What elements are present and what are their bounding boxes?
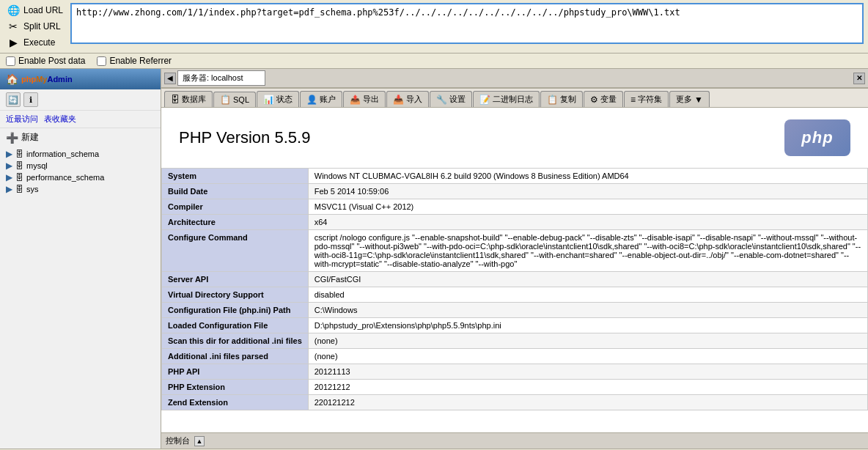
tab-accounts-label: 账户 [320, 94, 336, 105]
table-cell-key: Architecture [162, 215, 309, 230]
php-info-table: SystemWindows NT CLUBMAC-VGAL8IH 6.2 bui… [161, 168, 868, 410]
tab-import-label: 导入 [406, 94, 422, 105]
enable-post-label: Enable Post data [18, 56, 85, 66]
db-name-information-schema: information_schema [26, 150, 99, 158]
nav-arrow-left[interactable]: ◀ [164, 73, 176, 84]
sidebar-refresh-btn[interactable]: 🔄 [6, 92, 21, 107]
tab-export[interactable]: 📤 导出 [343, 91, 386, 107]
table-cell-key: Additional .ini files parsed [162, 349, 309, 364]
tab-variables[interactable]: ⚙ 变量 [584, 91, 623, 107]
tab-binary-log[interactable]: 📝 二进制日志 [473, 91, 540, 107]
recent-label[interactable]: 近最访问 [6, 114, 38, 125]
tab-import[interactable]: 📥 导入 [386, 91, 429, 107]
table-cell-value: cscript /nologo configure.js "--enable-s… [308, 230, 867, 272]
url-input[interactable]: http://www.zhong.com/1/1/index.php?targe… [70, 3, 864, 44]
table-cell-value: Windows NT CLUBMAC-VGAL8IH 6.2 build 920… [308, 169, 867, 184]
table-row: Virtual Directory Supportdisabled [162, 287, 868, 303]
table-row: Server APICGI/FastCGI [162, 272, 868, 287]
db-name-performance-schema: performance_schema [26, 173, 104, 182]
db-item-performance-schema[interactable]: ▶ 🗄 performance_schema [3, 171, 158, 183]
db-cylinder-icon-4: 🗄 [15, 185, 23, 193]
tab-status-label: 状态 [276, 94, 293, 105]
tab-more[interactable]: 更多 ▼ [669, 91, 710, 107]
pma-menu: 🗄 数据库 📋 SQL 📊 状态 👤 账户 📤 导出 📥 导入 [161, 89, 868, 108]
split-url-icon: ✂ [7, 21, 19, 32]
db-item-mysql[interactable]: ▶ 🗄 mysql [3, 160, 158, 171]
favorites-label[interactable]: 表收藏夹 [44, 114, 76, 125]
enable-referrer-checkbox[interactable]: Enable Referrer [97, 56, 172, 66]
table-cell-value: MSVC11 (Visual C++ 2012) [308, 199, 867, 215]
table-cell-key: PHP API [162, 364, 309, 380]
execute-icon: ▶ [7, 37, 19, 48]
execute-button[interactable]: ▶ Execute [4, 35, 70, 50]
php-logo-text: php [801, 128, 833, 147]
close-button[interactable]: ✕ [853, 73, 865, 84]
tab-more-label: 更多 [676, 94, 692, 105]
new-db-label[interactable]: 新建 [21, 131, 39, 144]
table-cell-value: disabled [308, 287, 867, 303]
load-url-button[interactable]: 🌐 Load URL [4, 3, 70, 18]
tab-status[interactable]: 📊 状态 [257, 91, 299, 107]
console-label[interactable]: 控制台 [166, 435, 190, 446]
table-cell-value: D:\phpstudy_pro\Extensions\php\php5.5.9n… [308, 318, 867, 333]
table-cell-key: Build Date [162, 184, 309, 199]
table-cell-key: Zend Extension [162, 395, 309, 410]
table-cell-value: 20121212 [308, 380, 867, 395]
split-url-button[interactable]: ✂ Split URL [4, 19, 70, 34]
tab-export-label: 导出 [363, 94, 379, 105]
tab-charset[interactable]: ≡ 字符集 [624, 91, 669, 107]
db-expand-icon: ▶ [6, 149, 12, 159]
tab-databases[interactable]: 🗄 数据库 [164, 91, 213, 107]
table-cell-key: Scan this dir for additional .ini files [162, 333, 309, 349]
table-row: Architecturex64 [162, 215, 868, 230]
enable-referrer-input[interactable] [97, 56, 106, 66]
php-content: PHP Version 5.5.9 php SystemWindows NT C… [161, 108, 868, 432]
php-header: PHP Version 5.5.9 php [161, 108, 868, 168]
table-cell-value: 220121212 [308, 395, 867, 410]
table-cell-key: System [162, 169, 309, 184]
table-row: PHP API20121113 [162, 364, 868, 380]
table-row: Loaded Configuration FileD:\phpstudy_pro… [162, 318, 868, 333]
binary-log-tab-icon: 📝 [479, 95, 490, 105]
db-expand-icon-3: ▶ [6, 172, 12, 182]
load-url-icon: 🌐 [7, 4, 19, 16]
table-cell-key: Loaded Configuration File [162, 318, 309, 333]
tab-sql[interactable]: 📋 SQL [213, 92, 256, 107]
db-expand-icon-4: ▶ [6, 184, 12, 194]
sidebar-icons: 🔄 ℹ [0, 89, 161, 111]
new-db-icon: ➕ [6, 132, 18, 144]
db-name-mysql: mysql [26, 161, 48, 170]
charset-tab-icon: ≡ [630, 95, 636, 105]
table-cell-key: Compiler [162, 199, 309, 215]
table-cell-value: (none) [308, 333, 867, 349]
tab-settings[interactable]: 🔧 设置 [430, 91, 472, 107]
export-tab-icon: 📤 [350, 95, 361, 105]
sidebar: 🏠 phpMyAdmin 🔄 ℹ 近最访问 表收藏夹 ➕ 新建 ▶ 🗄 info… [0, 69, 161, 449]
settings-tab-icon: 🔧 [436, 95, 447, 105]
db-item-sys[interactable]: ▶ 🗄 sys [3, 183, 158, 195]
tab-databases-label: 数据库 [182, 94, 206, 105]
top-toolbar: 🌐 Load URL ✂ Split URL ▶ Execute http://… [0, 0, 868, 54]
enable-post-input[interactable] [6, 56, 15, 66]
variables-tab-icon: ⚙ [590, 95, 598, 105]
pma-logo: phpMyAdmin [21, 75, 73, 84]
sidebar-info-btn[interactable]: ℹ [23, 92, 38, 107]
db-cylinder-icon-2: 🗄 [15, 161, 23, 170]
db-expand-icon-2: ▶ [6, 161, 12, 171]
sql-tab-icon: 📋 [220, 95, 231, 105]
db-cylinder-icon-3: 🗄 [15, 173, 23, 182]
table-row: SystemWindows NT CLUBMAC-VGAL8IH 6.2 bui… [162, 169, 868, 184]
console-toggle-btn[interactable]: ▲ [194, 436, 205, 446]
table-cell-key: Configure Command [162, 230, 309, 272]
more-tab-chevron-icon: ▼ [694, 95, 703, 105]
execute-label: Execute [23, 37, 55, 48]
db-item-information-schema[interactable]: ▶ 🗄 information_schema [3, 148, 158, 160]
enable-post-checkbox[interactable]: Enable Post data [6, 56, 85, 66]
db-cylinder-icon: 🗄 [15, 150, 23, 158]
table-row: Zend Extension220121212 [162, 395, 868, 410]
accounts-tab-icon: 👤 [306, 95, 317, 105]
status-tab-icon: 📊 [263, 95, 274, 105]
pma-nav: ◀ 服务器: localhost ✕ [161, 69, 868, 89]
tab-replication[interactable]: 📋 复制 [540, 91, 583, 107]
tab-accounts[interactable]: 👤 账户 [300, 91, 342, 107]
